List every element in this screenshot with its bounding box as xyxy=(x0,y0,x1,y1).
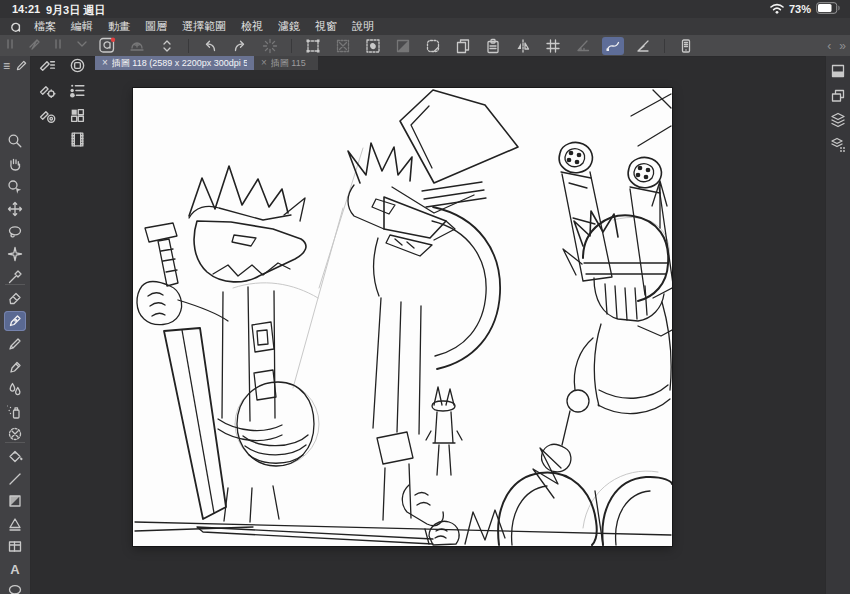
tool-fill[interactable] xyxy=(4,446,26,466)
processing-spinner-icon xyxy=(259,37,281,55)
menu-animation[interactable]: 動畫 xyxy=(108,19,130,34)
close-tab-icon[interactable]: × xyxy=(102,58,108,68)
collapse-left-icon[interactable]: ‹ xyxy=(827,39,831,53)
status-bar: 14:21 9月3日 週日 73% xyxy=(0,0,850,18)
tool-bar: ≡ A xyxy=(0,56,31,594)
edit-toolbar-icon[interactable] xyxy=(16,57,27,75)
toolbar-divider xyxy=(291,39,292,53)
tool-frame-border[interactable] xyxy=(4,536,26,556)
undo-button[interactable] xyxy=(199,37,221,55)
tool-eraser[interactable] xyxy=(4,288,26,308)
tool-balloon[interactable] xyxy=(4,581,26,594)
menu-view[interactable]: 檢視 xyxy=(241,19,263,34)
cloud-upload-icon[interactable] xyxy=(126,37,148,55)
tool-brush[interactable] xyxy=(4,379,26,399)
tool-hand[interactable] xyxy=(4,154,26,174)
dock-handle-icon[interactable] xyxy=(52,37,64,55)
toolbar-divider xyxy=(188,39,189,53)
companion-mode-icon[interactable] xyxy=(675,37,697,55)
menu-layer[interactable]: 圖層 xyxy=(145,19,167,34)
toolbar-divider xyxy=(5,442,25,443)
collapse-right-icon[interactable]: » xyxy=(839,39,846,53)
flip-horizontal-button[interactable] xyxy=(512,37,534,55)
selection-launcher-icon[interactable] xyxy=(422,37,444,55)
date: 9月3日 週日 xyxy=(46,3,105,18)
tool-gradient[interactable] xyxy=(4,491,26,511)
sketch-line-art xyxy=(133,88,672,546)
menu-help[interactable]: 說明 xyxy=(352,19,374,34)
timeline-palette-icon[interactable] xyxy=(68,130,86,148)
navigator-palette-icon[interactable] xyxy=(829,87,846,104)
tool-zoom[interactable] xyxy=(4,131,26,151)
grid-toggle-button[interactable] xyxy=(542,37,564,55)
toolbar-divider xyxy=(664,39,665,53)
tab-illustration-115[interactable]: × 插圖 115 xyxy=(254,56,318,70)
menu-edit[interactable]: 編輯 xyxy=(71,19,93,34)
dock-handle-icon[interactable] xyxy=(76,37,88,55)
tool-operate[interactable] xyxy=(4,177,26,197)
tool-pen[interactable] xyxy=(4,311,26,331)
dock-handle-icon[interactable] xyxy=(28,37,40,55)
tool-auto-select[interactable] xyxy=(4,244,26,264)
battery-icon xyxy=(816,2,840,16)
menu-bar: 檔案 編輯 動畫 圖層 選擇範圍 檢視 濾鏡 視窗 說明 xyxy=(0,18,850,35)
menu-filter[interactable]: 濾鏡 xyxy=(278,19,300,34)
tool-line[interactable] xyxy=(4,469,26,489)
copy-button[interactable] xyxy=(452,37,474,55)
menu-selection[interactable]: 選擇範圍 xyxy=(182,19,226,34)
invert-selection-icon[interactable] xyxy=(392,37,414,55)
select-area-icon[interactable] xyxy=(362,37,384,55)
tool-decoration[interactable] xyxy=(4,424,26,444)
menu-file[interactable]: 檔案 xyxy=(34,19,56,34)
deselect-icon[interactable] xyxy=(332,37,354,55)
layer-palette-icon[interactable] xyxy=(829,111,846,128)
tool-pencil[interactable] xyxy=(4,334,26,354)
tab-illustration-118[interactable]: × 插圖 118 (2589 x 2200px 300dpi 58.3%) xyxy=(95,56,254,70)
wifi-icon xyxy=(770,3,784,16)
tool-property-palette-icon[interactable] xyxy=(68,56,86,74)
curve-ruler-button[interactable] xyxy=(602,37,624,55)
clock: 14:21 xyxy=(12,3,40,15)
tool-lasso[interactable] xyxy=(4,222,26,242)
clip-studio-app-button[interactable] xyxy=(96,37,118,55)
close-tab-icon[interactable]: × xyxy=(261,58,267,68)
clip-studio-paint-screen: 14:21 9月3日 週日 73% 檔案 編輯 動畫 圖層 選擇範圍 檢視 濾鏡… xyxy=(0,0,850,594)
color-palette-icon[interactable] xyxy=(829,62,846,79)
snap-to-ruler-icon[interactable] xyxy=(572,37,594,55)
command-bar: ‹ » xyxy=(0,35,850,57)
tool-text[interactable]: A xyxy=(4,559,26,579)
sub-tool-palette-icon[interactable] xyxy=(38,56,56,74)
toolbar-menu-icon[interactable]: ≡ xyxy=(3,60,10,72)
tool-settings-palette-icon[interactable] xyxy=(38,106,56,124)
tab-label: 插圖 115 xyxy=(271,57,306,70)
tool-airbrush[interactable] xyxy=(4,402,26,422)
expand-collapse-icon[interactable] xyxy=(156,37,178,55)
tab-label: 插圖 118 (2589 x 2200px 300dpi 58.3%) xyxy=(112,57,247,70)
tool-figure[interactable] xyxy=(4,514,26,534)
tool-move[interactable] xyxy=(4,199,26,219)
brush-size-palette-icon[interactable] xyxy=(68,81,86,99)
toolbar-divider xyxy=(5,284,25,285)
layer-property-palette-icon[interactable] xyxy=(829,136,846,153)
color-set-palette-icon[interactable] xyxy=(68,106,86,124)
battery-percent: 73% xyxy=(789,3,811,15)
sub-tool-detail-palette-icon[interactable] xyxy=(38,81,56,99)
tool-marker[interactable] xyxy=(4,357,26,377)
redo-button[interactable] xyxy=(229,37,251,55)
perspective-ruler-button[interactable] xyxy=(632,37,654,55)
menu-window[interactable]: 視窗 xyxy=(315,19,337,34)
drawing-canvas[interactable] xyxy=(133,88,672,546)
paste-button[interactable] xyxy=(482,37,504,55)
crop-canvas-icon[interactable] xyxy=(302,37,324,55)
dock-handle-icon[interactable] xyxy=(4,37,16,55)
